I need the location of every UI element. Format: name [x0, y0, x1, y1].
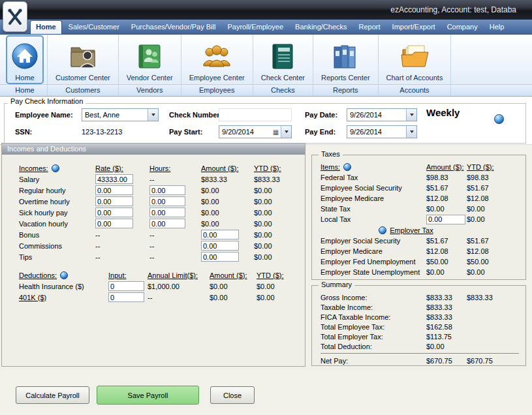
- employee-name-select[interactable]: Best, Anne: [82, 108, 159, 121]
- employee-name-dropdown-icon[interactable]: [148, 109, 158, 121]
- toolbar-item-label: Employee Center: [189, 74, 245, 82]
- pay-date-select[interactable]: 9/26/2014: [347, 108, 417, 121]
- summary-panel: Summary Gross Income:$833.33$833.33Taxab…: [311, 285, 526, 366]
- tax-ytd-value: $0.00: [467, 215, 512, 223]
- employer-tax-help-icon[interactable]: [379, 226, 386, 234]
- tab-report[interactable]: Report: [354, 20, 386, 34]
- amount-input[interactable]: [201, 252, 239, 262]
- ytd-column-label: YTD ($):: [254, 164, 293, 172]
- pay-end-dropdown-icon[interactable]: [406, 126, 416, 138]
- tax-amount-value: $0.00: [426, 205, 467, 213]
- rate-input[interactable]: [95, 196, 133, 206]
- pay-end-select[interactable]: 9/26/2014: [347, 125, 417, 138]
- employer-tax-label: Employer Tax: [390, 226, 433, 234]
- summary-row-label: Net Pay:: [321, 357, 426, 365]
- deduction-row-health-insurance: Health Insurance ($)$1,000.00$0.00$0.00: [19, 281, 305, 292]
- rate-input[interactable]: [95, 174, 133, 184]
- summary-amount-value: $833.33: [426, 294, 467, 301]
- hours-input[interactable]: [149, 208, 185, 217]
- toolbar-item-employee-center[interactable]: Employee CenterEmployees: [181, 35, 253, 96]
- ytd-value: $0.00: [254, 253, 293, 261]
- tab-payroll-employee[interactable]: Payroll/Employee: [222, 20, 289, 34]
- employee-center-icon: [202, 38, 232, 74]
- tab-banking-checks[interactable]: Banking/Checks: [290, 20, 352, 34]
- income-row-label: Sick hourly pay: [19, 209, 95, 217]
- hours-value: --: [149, 176, 201, 183]
- tax-row-federal-tax: Federal Tax$98.83$98.83: [321, 172, 525, 183]
- app-logo-button[interactable]: [3, 1, 27, 32]
- tab-purchases-vendor-pay-bill[interactable]: Purchases/Vendor/Pay Bill: [126, 20, 221, 34]
- deduction-input-input[interactable]: [108, 292, 144, 302]
- rate-input[interactable]: [95, 208, 133, 217]
- summary-row-label: Total Deduction:: [321, 343, 426, 350]
- deductions-help-icon[interactable]: [60, 271, 68, 279]
- pay-start-value: 9/20/2014: [219, 126, 271, 138]
- close-button[interactable]: Close: [210, 386, 255, 404]
- pay-start-datepicker[interactable]: 9/20/2014 ▦: [219, 125, 292, 138]
- tab-sales-customer[interactable]: Sales/Customer: [63, 20, 125, 34]
- income-row-label: Bonus: [19, 231, 95, 239]
- rate-value: --: [95, 253, 149, 261]
- tax-amount-value: $51.67: [426, 237, 467, 245]
- tax-amount-value: $98.83: [426, 174, 467, 181]
- toolbar-item-reports-center[interactable]: Reports CenterReports: [313, 35, 379, 96]
- paycheck-help-icon[interactable]: [494, 114, 504, 124]
- tab-help[interactable]: Help: [484, 20, 510, 34]
- summary-row-label: Gross Income:: [321, 294, 426, 301]
- amount-input[interactable]: [201, 230, 239, 239]
- tax-row-employer-social-security: Employer Social Security$51.67$51.67: [321, 236, 525, 246]
- taxes-panel: Taxes Items: Amount ($): YTD ($): Federa…: [311, 155, 526, 280]
- deduction-amount-column-label: Amount ($):: [210, 271, 257, 279]
- summary-row-total-deduction: Total Deduction:$0.00: [321, 341, 519, 351]
- toolbar-item-check-center[interactable]: Check CenterChecks: [253, 35, 313, 96]
- calendar-icon: ▦: [271, 126, 281, 138]
- rate-input[interactable]: [95, 219, 133, 228]
- summary-row-total-employer-tax: Total Employer Tax:$113.75: [321, 331, 519, 341]
- toolbar-item-sublabel: Reports: [333, 84, 358, 96]
- tax-amount-input[interactable]: [426, 215, 465, 224]
- ssn-value: 123-13-2213: [82, 125, 122, 138]
- check-number-input[interactable]: [219, 108, 292, 121]
- rate-input[interactable]: [95, 185, 133, 195]
- app-window: ezAccounting, Account: test, Databa Home…: [0, 0, 532, 415]
- tab-import-export[interactable]: Import/Export: [387, 20, 441, 34]
- toolbar-item-vendor-center[interactable]: Vendor CenterVendors: [119, 35, 181, 96]
- incomes-help-icon[interactable]: [52, 164, 59, 172]
- tab-company[interactable]: Company: [442, 20, 483, 34]
- tax-ytd-value: $12.08: [467, 247, 512, 255]
- tax-column-headers: Items: Amount ($): YTD ($):: [321, 161, 525, 172]
- hours-input[interactable]: [149, 219, 185, 228]
- toolbar-item-home[interactable]: HomeHome: [3, 35, 48, 96]
- tax-row-local-tax: Local Tax$0.00: [321, 214, 525, 224]
- income-row-vacation-hourly: Vacation hourly$0.00$0.00: [19, 218, 305, 229]
- toolbar-item-chart-of-accounts[interactable]: Chart of AccountsAccounts: [379, 35, 452, 96]
- deduction-amount-value: $0.00: [210, 283, 257, 290]
- income-row-commissions: Commissions----$0.00: [19, 240, 305, 251]
- paycheck-section: Pay Check Information Employee Name: Bes…: [4, 103, 526, 144]
- pay-date-dropdown-icon[interactable]: [406, 109, 416, 121]
- deduction-input-input[interactable]: [108, 281, 144, 291]
- amount-input[interactable]: [201, 241, 239, 251]
- hours-input[interactable]: [149, 185, 185, 195]
- amount-value: $0.00: [201, 187, 254, 194]
- summary-row-taxable-income: Taxable Income:$833.33: [321, 302, 519, 312]
- deduction-row-label[interactable]: 401K ($): [19, 294, 108, 301]
- summary-amount-value: $113.75: [426, 333, 467, 341]
- main-content: Pay Check Information Employee Name: Bes…: [0, 97, 532, 415]
- summary-row-total-employee-tax: Total Employee Tax:$162.58: [321, 322, 519, 331]
- toolbar-item-customer-center[interactable]: Customer CenterCustomers: [48, 35, 119, 96]
- amount-value: $833.33: [201, 176, 254, 183]
- tax-ytd-value: $51.67: [467, 237, 512, 245]
- deduction-column-headers: Deductions: Input: Annual Limit($): Amou…: [19, 269, 305, 281]
- hours-input[interactable]: [149, 196, 185, 206]
- taxes-help-icon[interactable]: [343, 163, 351, 171]
- tab-home[interactable]: Home: [30, 20, 62, 34]
- summary-amount-value: $670.75: [426, 357, 467, 365]
- save-payroll-button[interactable]: Save Payroll: [97, 386, 199, 405]
- pay-start-dropdown-icon[interactable]: [281, 126, 291, 138]
- tax-amount-value: $0.00: [426, 268, 467, 276]
- calculate-payroll-button[interactable]: Calculate Payroll: [16, 386, 89, 404]
- deduction-ytd-value: $0.00: [257, 294, 296, 301]
- tax-amount-column-label: Amount ($):: [426, 163, 467, 171]
- summary-amount-value: $833.33: [426, 303, 467, 311]
